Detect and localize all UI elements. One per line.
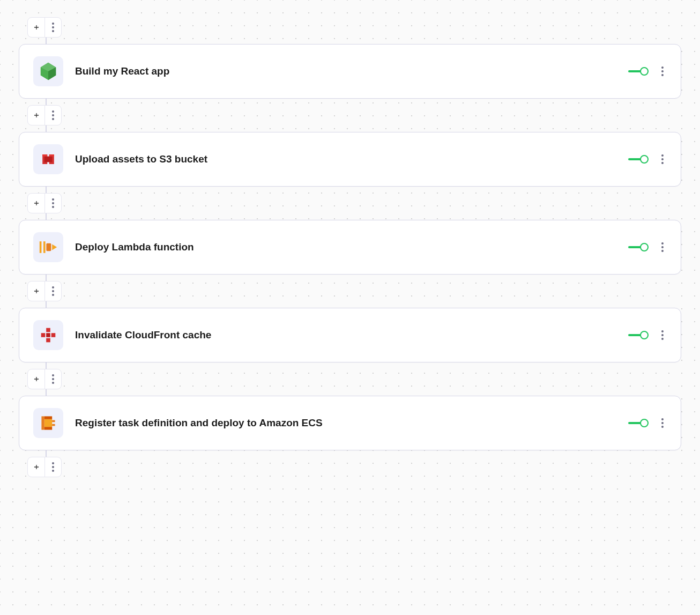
- svg-rect-35: [42, 154, 47, 157]
- svg-rect-54: [52, 420, 55, 423]
- add-step-box: [27, 17, 62, 38]
- svg-marker-42: [52, 244, 57, 250]
- svg-rect-53: [44, 419, 52, 427]
- svg-rect-34: [44, 157, 52, 162]
- svg-rect-49: [46, 333, 50, 337]
- step-enabled-toggle[interactable]: [628, 418, 649, 428]
- svg-rect-36: [49, 154, 54, 157]
- add-step-button[interactable]: [28, 18, 45, 37]
- step-menu-button[interactable]: [658, 239, 667, 255]
- svg-rect-41: [46, 243, 51, 251]
- svg-rect-55: [52, 424, 55, 426]
- plus-icon: [33, 112, 40, 119]
- add-step-box: [27, 193, 62, 213]
- add-step-box: [27, 457, 62, 477]
- plus-icon: [33, 199, 40, 207]
- svg-rect-40: [43, 241, 46, 253]
- toggle-knob: [640, 67, 649, 76]
- plus-icon: [33, 287, 40, 295]
- svg-rect-45: [46, 328, 50, 332]
- svg-rect-48: [46, 338, 50, 343]
- workflow-step-card[interactable]: Register task definition and deploy to A…: [19, 396, 681, 450]
- step-title: Deploy Lambda function: [75, 241, 628, 253]
- step-title: Invalidate CloudFront cache: [75, 329, 628, 341]
- step-enabled-toggle[interactable]: [628, 66, 649, 76]
- workflow-canvas: Build my React app Upload assets to S3 b…: [0, 17, 700, 477]
- add-step-box: [27, 105, 62, 125]
- svg-rect-56: [44, 416, 52, 419]
- ecs-icon: [33, 408, 63, 438]
- add-step-row: [27, 17, 681, 38]
- add-step-menu-button[interactable]: [45, 106, 61, 125]
- toggle-knob: [640, 155, 649, 164]
- add-step-row: [27, 369, 681, 389]
- add-step-button[interactable]: [28, 194, 45, 213]
- svg-rect-39: [40, 241, 42, 253]
- add-step-menu-button[interactable]: [45, 457, 61, 477]
- step-menu-button[interactable]: [658, 63, 667, 79]
- add-step-menu-button[interactable]: [45, 369, 61, 389]
- svg-rect-47: [51, 333, 56, 337]
- add-step-button[interactable]: [28, 369, 45, 389]
- step-title: Register task definition and deploy to A…: [75, 417, 628, 429]
- add-step-button[interactable]: [28, 281, 45, 301]
- add-step-row: [27, 457, 681, 477]
- add-step-row: [27, 105, 681, 125]
- step-menu-button[interactable]: [658, 327, 667, 343]
- s3-icon: [33, 144, 63, 174]
- add-step-row: [27, 193, 681, 213]
- add-step-box: [27, 369, 62, 389]
- add-step-menu-button[interactable]: [45, 18, 61, 37]
- plus-icon: [33, 375, 40, 383]
- step-menu-button[interactable]: [658, 415, 667, 431]
- step-title: Upload assets to S3 bucket: [75, 153, 628, 165]
- workflow-step-card[interactable]: Build my React app: [19, 44, 681, 99]
- step-title: Build my React app: [75, 65, 628, 77]
- add-step-button[interactable]: [28, 106, 45, 125]
- workflow-step-card[interactable]: Deploy Lambda function: [19, 220, 681, 275]
- plus-icon: [33, 24, 40, 31]
- step-enabled-toggle[interactable]: [628, 154, 649, 164]
- step-enabled-toggle[interactable]: [628, 330, 649, 340]
- add-step-menu-button[interactable]: [45, 194, 61, 213]
- plus-icon: [33, 463, 40, 471]
- svg-rect-52: [41, 416, 44, 429]
- toggle-knob: [640, 243, 649, 251]
- svg-rect-46: [41, 333, 46, 337]
- node-icon: [33, 56, 63, 86]
- add-step-box: [27, 281, 62, 301]
- toggle-knob: [640, 419, 649, 427]
- svg-rect-57: [44, 427, 52, 429]
- add-step-menu-button[interactable]: [45, 281, 61, 301]
- cloudfront-icon: [33, 320, 63, 350]
- lambda-icon: [33, 232, 63, 262]
- add-step-row: [27, 281, 681, 301]
- step-menu-button[interactable]: [658, 151, 667, 167]
- workflow-step-card[interactable]: Upload assets to S3 bucket: [19, 132, 681, 187]
- workflow-step-card[interactable]: Invalidate CloudFront cache: [19, 308, 681, 362]
- toggle-knob: [640, 331, 649, 339]
- step-enabled-toggle[interactable]: [628, 242, 649, 252]
- add-step-button[interactable]: [28, 457, 45, 477]
